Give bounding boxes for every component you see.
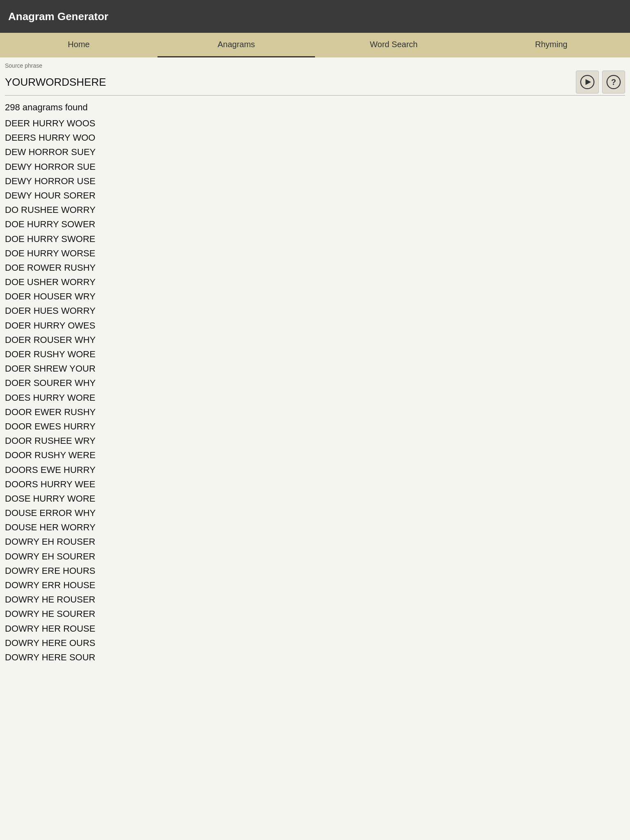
tab-rhyming[interactable]: Rhyming [472, 33, 630, 57]
action-buttons: ? [576, 71, 625, 94]
list-item: DOER HUES WORRY [5, 304, 625, 318]
nav-tabs: Home Anagrams Word Search Rhyming [0, 33, 630, 57]
list-item: DOOR RUSHY WERE [5, 448, 625, 462]
tab-anagrams[interactable]: Anagrams [158, 33, 315, 57]
list-item: DOORS EWE HURRY [5, 463, 625, 477]
list-item: DOE USHER WORRY [5, 275, 625, 289]
list-item: DOE HURRY WORSE [5, 246, 625, 260]
input-row: ? [5, 71, 625, 96]
app-title: Anagram Generator [8, 10, 108, 23]
play-icon [580, 75, 595, 89]
anagram-list: DEER HURRY WOOSDEERS HURRY WOODEW HORROR… [5, 116, 625, 664]
list-item: DOWRY HE ROUSER [5, 592, 625, 607]
list-item: DOUSE HER WORRY [5, 520, 625, 534]
list-item: DOWRY HER ROUSE [5, 621, 625, 636]
list-item: DOORS HURRY WEE [5, 477, 625, 491]
list-item: DOER SHREW YOUR [5, 361, 625, 376]
list-item: DOE HURRY SWORE [5, 232, 625, 246]
list-item: DOES HURRY WORE [5, 390, 625, 405]
main-content: Source phrase ? 298 anagrams found DEER … [0, 57, 630, 668]
list-item: DOER SOURER WHY [5, 376, 625, 390]
list-item: DOWRY HERE SOUR [5, 650, 625, 664]
list-item: DOER HOUSER WRY [5, 289, 625, 304]
results-count: 298 anagrams found [5, 102, 625, 113]
list-item: DOER HURRY OWES [5, 318, 625, 333]
list-item: DOER RUSHY WORE [5, 347, 625, 361]
list-item: DEWY HORROR USE [5, 174, 625, 188]
list-item: DOOR EWES HURRY [5, 419, 625, 434]
list-item: DOE HURRY SOWER [5, 217, 625, 231]
help-button[interactable]: ? [602, 71, 625, 94]
list-item: DOUSE ERROR WHY [5, 506, 625, 520]
list-item: DEWY HOUR SORER [5, 188, 625, 203]
tab-word-search[interactable]: Word Search [315, 33, 472, 57]
list-item: DOWRY ERE HOURS [5, 564, 625, 578]
svg-text:?: ? [611, 78, 616, 87]
list-item: DOWRY EH ROUSER [5, 534, 625, 549]
play-button[interactable] [576, 71, 599, 94]
list-item: DOOR RUSHEE WRY [5, 434, 625, 448]
list-item: DEER HURRY WOOS [5, 116, 625, 130]
list-item: DOOR EWER RUSHY [5, 405, 625, 419]
list-item: DOWRY ERR HOUSE [5, 578, 625, 592]
list-item: DOER ROUSER WHY [5, 333, 625, 347]
list-item: DEW HORROR SUEY [5, 145, 625, 159]
list-item: DOE ROWER RUSHY [5, 260, 625, 275]
svg-marker-1 [586, 79, 591, 85]
list-item: DO RUSHEE WORRY [5, 203, 625, 217]
list-item: DEWY HORROR SUE [5, 160, 625, 174]
list-item: DOWRY HERE OURS [5, 636, 625, 650]
source-input[interactable] [5, 74, 573, 90]
list-item: DOWRY HE SOURER [5, 607, 625, 621]
list-item: DEERS HURRY WOO [5, 130, 625, 145]
tab-home[interactable]: Home [0, 33, 158, 57]
help-icon: ? [606, 75, 621, 89]
source-phrase-label: Source phrase [5, 62, 625, 69]
list-item: DOSE HURRY WORE [5, 491, 625, 506]
app-header: Anagram Generator [0, 0, 630, 33]
list-item: DOWRY EH SOURER [5, 549, 625, 564]
